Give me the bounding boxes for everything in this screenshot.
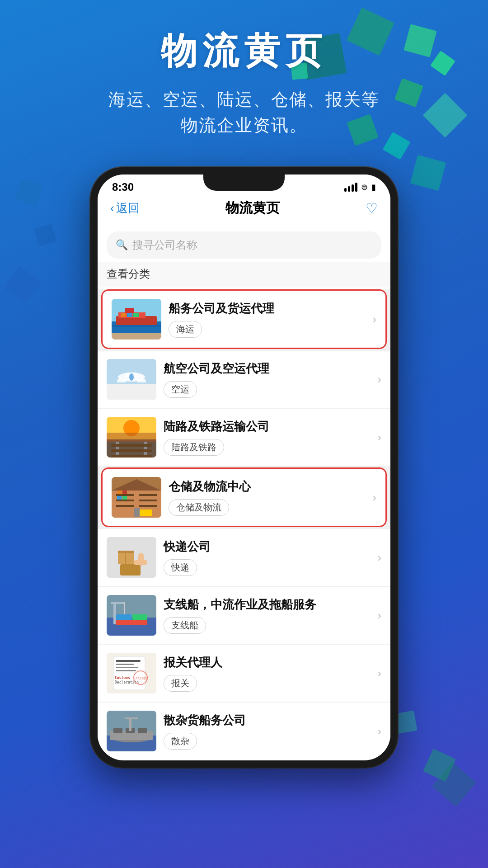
subtitle-line1: 海运、空运、陆运、仓储、报关等 bbox=[108, 90, 380, 109]
svg-text:Customs: Customs bbox=[115, 676, 130, 680]
svg-rect-41 bbox=[134, 508, 140, 517]
item-image-feeder bbox=[107, 595, 156, 636]
chevron-right-icon: › bbox=[377, 666, 381, 680]
svg-rect-30 bbox=[116, 494, 134, 496]
phone-outer: 8:30 ⊜ ▮ ‹ 返回 bbox=[90, 167, 398, 768]
item-tag: 报关 bbox=[164, 675, 197, 692]
chevron-right-icon: › bbox=[377, 373, 381, 387]
svg-marker-16 bbox=[136, 379, 146, 382]
category-label: 查看分类 bbox=[98, 262, 390, 288]
signal-icon bbox=[344, 183, 357, 192]
back-label: 返回 bbox=[116, 200, 140, 216]
svg-rect-26 bbox=[107, 433, 156, 442]
svg-rect-8 bbox=[133, 313, 139, 317]
svg-rect-7 bbox=[127, 313, 132, 317]
search-icon: 🔍 bbox=[116, 239, 128, 251]
item-content: 报关代理人 报关 bbox=[156, 655, 377, 692]
item-image-bulk bbox=[107, 711, 156, 751]
svg-rect-62 bbox=[116, 670, 136, 671]
list-item[interactable]: 仓储及物流中心 仓储及物流 › bbox=[101, 467, 387, 527]
svg-marker-15 bbox=[117, 379, 127, 382]
item-content: 快递公司 快递 bbox=[156, 539, 377, 576]
item-tag: 仓储及物流 bbox=[169, 499, 229, 516]
item-content: 船务公司及货运代理 海运 bbox=[161, 301, 372, 338]
svg-rect-60 bbox=[116, 664, 134, 665]
svg-rect-2 bbox=[112, 333, 161, 340]
svg-rect-54 bbox=[116, 620, 147, 625]
subtitle: 海运、空运、陆运、仓储、报关等 物流企业资讯。 bbox=[0, 87, 488, 138]
item-title: 陆路及铁路运输公司 bbox=[164, 419, 370, 434]
svg-rect-59 bbox=[116, 660, 141, 662]
item-content: 陆路及铁路运输公司 陆路及铁路 bbox=[156, 419, 377, 456]
status-bar: 8:30 ⊜ ▮ bbox=[98, 175, 390, 193]
list-item[interactable]: 支线船，中流作业及拖船服务 支线船 › bbox=[98, 587, 390, 644]
chevron-right-icon: › bbox=[377, 430, 381, 444]
svg-rect-73 bbox=[138, 728, 147, 733]
item-content: 散杂货船务公司 散杂 bbox=[156, 712, 377, 750]
item-title: 快递公司 bbox=[164, 539, 370, 555]
svg-rect-75 bbox=[125, 717, 138, 719]
list-item[interactable]: 陆路及铁路运输公司 陆路及铁路 › bbox=[98, 409, 390, 466]
item-image-warehouse bbox=[112, 477, 161, 518]
notch bbox=[203, 175, 285, 191]
nav-bar: ‹ 返回 物流黄页 ♡ bbox=[98, 193, 390, 224]
list-item[interactable]: Customs Declaration PASSED 报关代理人 报关 › bbox=[98, 645, 390, 702]
svg-rect-55 bbox=[116, 614, 131, 620]
svg-rect-32 bbox=[116, 505, 134, 507]
chevron-right-icon: › bbox=[377, 724, 381, 738]
svg-text:PASSED: PASSED bbox=[136, 677, 148, 680]
phone-mockup: 8:30 ⊜ ▮ ‹ 返回 bbox=[90, 167, 398, 768]
item-tag: 海运 bbox=[169, 321, 202, 338]
status-time: 8:30 bbox=[112, 181, 134, 193]
svg-rect-52 bbox=[111, 602, 125, 604]
list-item[interactable]: 船务公司及货运代理 海运 › bbox=[101, 289, 387, 349]
item-image-ship bbox=[112, 299, 161, 340]
item-title: 支线船，中流作业及拖船服务 bbox=[164, 597, 370, 613]
svg-rect-37 bbox=[122, 491, 127, 494]
list-item[interactable]: 散杂货船务公司 散杂 › bbox=[98, 703, 390, 760]
item-title: 船务公司及货运代理 bbox=[169, 301, 365, 316]
svg-rect-39 bbox=[122, 496, 127, 500]
status-icons: ⊜ ▮ bbox=[344, 182, 376, 192]
wifi-icon: ⊜ bbox=[361, 182, 368, 192]
item-content: 航空公司及空运代理 空运 bbox=[156, 361, 377, 398]
svg-rect-24 bbox=[111, 455, 152, 458]
chevron-right-icon: › bbox=[377, 609, 381, 623]
svg-rect-31 bbox=[116, 500, 134, 501]
svg-rect-35 bbox=[139, 505, 157, 507]
svg-rect-61 bbox=[116, 667, 138, 668]
back-button[interactable]: ‹ 返回 bbox=[110, 200, 140, 216]
svg-rect-12 bbox=[107, 384, 156, 400]
search-placeholder: 搜寻公司名称 bbox=[132, 238, 197, 252]
svg-rect-5 bbox=[125, 308, 134, 313]
item-tag: 支线船 bbox=[164, 617, 206, 634]
svg-rect-6 bbox=[121, 313, 126, 317]
list-item[interactable]: 航空公司及空运代理 空运 › bbox=[98, 351, 390, 408]
item-image-rail bbox=[107, 417, 156, 458]
list-container: 船务公司及货运代理 海运 › bbox=[98, 289, 390, 760]
list-item[interactable]: 快递公司 快递 › bbox=[98, 529, 390, 586]
item-tag: 散杂 bbox=[164, 733, 197, 750]
search-bar[interactable]: 🔍 搜寻公司名称 bbox=[107, 231, 381, 259]
svg-rect-56 bbox=[132, 614, 147, 620]
subtitle-line2: 物流企业资讯。 bbox=[181, 116, 307, 135]
main-title: 物流黄页 bbox=[0, 27, 488, 76]
svg-rect-74 bbox=[129, 717, 131, 731]
phone-inner: 8:30 ⊜ ▮ ‹ 返回 bbox=[98, 175, 390, 760]
svg-rect-36 bbox=[117, 491, 122, 494]
svg-rect-40 bbox=[139, 509, 152, 516]
svg-rect-46 bbox=[120, 564, 141, 576]
svg-rect-22 bbox=[111, 444, 152, 447]
item-image-courier bbox=[107, 537, 156, 578]
battery-icon: ▮ bbox=[371, 182, 376, 192]
item-tag: 空运 bbox=[164, 381, 197, 398]
svg-rect-10 bbox=[112, 325, 161, 327]
chevron-right-icon: › bbox=[377, 551, 381, 565]
item-content: 支线船，中流作业及拖船服务 支线船 bbox=[156, 597, 377, 634]
svg-rect-71 bbox=[113, 728, 122, 733]
item-title: 航空公司及空运代理 bbox=[164, 361, 370, 377]
favorite-icon[interactable]: ♡ bbox=[366, 200, 378, 216]
svg-rect-48 bbox=[138, 553, 144, 566]
svg-rect-23 bbox=[111, 449, 152, 452]
item-image-plane bbox=[107, 359, 156, 400]
